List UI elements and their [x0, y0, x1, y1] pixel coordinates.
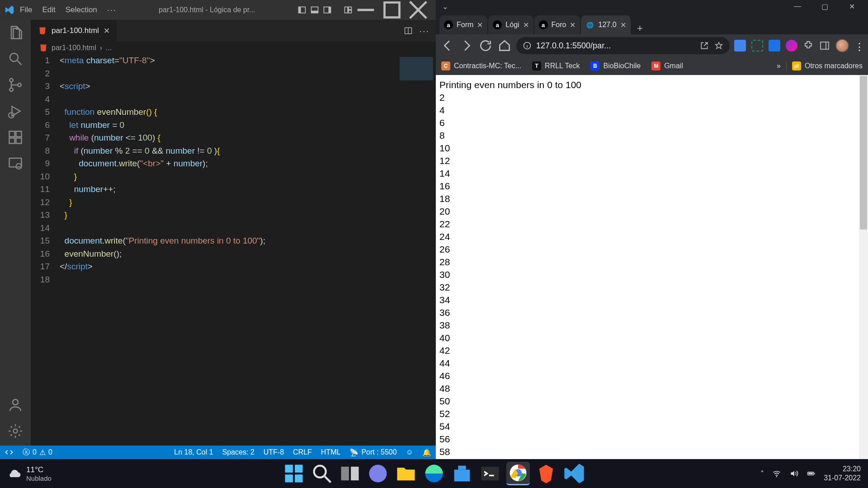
extension-icon[interactable]	[751, 40, 763, 52]
svg-point-38	[314, 466, 326, 478]
home-button[interactable]	[497, 38, 512, 53]
bookmarks-overflow-icon[interactable]: »	[777, 62, 781, 70]
tray-overflow-icon[interactable]: ˄	[760, 469, 764, 478]
maximize-button[interactable]	[379, 0, 405, 20]
extension-icon[interactable]	[786, 40, 797, 52]
chrome-menu-icon[interactable]: ⋮	[854, 41, 863, 50]
vscode-taskbar-icon[interactable]	[562, 462, 586, 485]
tab-close-icon[interactable]: ✕	[570, 21, 576, 29]
settings-gear-icon[interactable]	[7, 423, 24, 439]
volume-icon[interactable]	[789, 469, 798, 478]
tab-favicon-icon: a	[539, 20, 548, 29]
run-debug-icon[interactable]	[7, 103, 24, 119]
editor-tab-par1-100[interactable]: par1-100.html ✕	[31, 20, 117, 42]
scrollbar-thumb[interactable]	[860, 76, 867, 230]
menu-edit[interactable]: Edit	[42, 5, 55, 14]
new-tab-button[interactable]: +	[632, 23, 649, 34]
start-button[interactable]	[282, 462, 306, 485]
minimize-button[interactable]: ―	[784, 0, 811, 13]
source-control-icon[interactable]	[7, 77, 24, 93]
windows-taskbar: 11°C Nublado ˄ 23:20 31-07-2022	[0, 459, 868, 488]
site-info-icon[interactable]	[523, 41, 532, 50]
split-editor-icon[interactable]	[404, 26, 413, 35]
minimize-button[interactable]	[353, 0, 379, 20]
tab-close-icon[interactable]: ✕	[477, 21, 483, 29]
problems-indicator[interactable]: ⓧ0 ⚠0	[23, 448, 52, 457]
taskbar-clock[interactable]: 23:20 31-07-2022	[824, 465, 861, 483]
svg-point-25	[13, 399, 18, 405]
layout-panel-left-icon[interactable]	[297, 5, 307, 14]
browser-tab[interactable]: 🌐 127.0 ✕	[581, 15, 630, 34]
status-lncol[interactable]: Ln 18, Col 1	[174, 448, 213, 456]
search-tabs-icon[interactable]: ⌄	[442, 2, 448, 11]
menu-selection[interactable]: Selection	[66, 5, 97, 14]
menu-more-icon[interactable]: ···	[107, 5, 117, 15]
browser-tab[interactable]: a Lógi ✕	[488, 15, 533, 34]
share-icon[interactable]	[700, 41, 709, 50]
brave-icon[interactable]	[534, 462, 558, 485]
status-encoding[interactable]: UTF-8	[264, 448, 284, 456]
page-scrollbar[interactable]	[859, 75, 868, 459]
accounts-icon[interactable]	[7, 397, 24, 413]
layout-panel-right-icon[interactable]	[323, 5, 332, 14]
tab-close-icon[interactable]: ✕	[523, 21, 529, 29]
more-actions-icon[interactable]: ···	[419, 26, 429, 36]
other-bookmarks[interactable]: 📁 Otros marcadores	[792, 61, 863, 70]
bookmark-item[interactable]: MGmail	[651, 61, 683, 70]
side-panel-icon[interactable]	[819, 40, 830, 51]
tab-title: Lógi	[505, 21, 519, 29]
code-content[interactable]: <meta charset="UTF-8"><script> function …	[60, 54, 397, 446]
remote-indicator[interactable]	[5, 448, 14, 457]
taskbar-search-icon[interactable]	[310, 462, 334, 485]
status-spaces[interactable]: Spaces: 2	[222, 448, 255, 456]
tab-title: Form	[457, 21, 473, 29]
chat-icon[interactable]	[366, 462, 390, 485]
bookmark-item[interactable]: BBioBioChile	[590, 61, 641, 70]
close-button[interactable]	[405, 0, 431, 20]
back-button[interactable]	[440, 38, 455, 53]
bookmark-item[interactable]: TRRLL Teck	[532, 61, 580, 70]
store-icon[interactable]	[450, 462, 474, 485]
explorer-icon[interactable]	[7, 24, 24, 41]
minimap[interactable]	[397, 54, 436, 446]
status-bell-icon[interactable]: 🔔	[422, 448, 431, 457]
download-extension-icon[interactable]	[769, 40, 780, 52]
address-bar[interactable]: 127.0.0.1:5500/par...	[516, 37, 730, 54]
layout-panel-bottom-icon[interactable]	[310, 5, 319, 14]
output-number: 34	[439, 294, 864, 306]
browser-tab[interactable]: a Foro ✕	[534, 15, 580, 34]
translate-extension-icon[interactable]	[734, 40, 746, 52]
maximize-button[interactable]: ▢	[811, 0, 838, 13]
code-editor[interactable]: 123456789101112131415161718 <meta charse…	[31, 54, 397, 446]
menu-file[interactable]: File	[20, 5, 32, 14]
forward-button[interactable]	[459, 38, 474, 53]
profile-avatar[interactable]	[835, 39, 849, 52]
wifi-icon[interactable]	[772, 469, 781, 478]
terminal-icon[interactable]	[478, 462, 502, 485]
task-view-icon[interactable]	[338, 462, 362, 485]
bookmark-item[interactable]: CContractis-MC: Tec...	[441, 61, 521, 70]
tab-close-icon[interactable]: ✕	[620, 21, 626, 29]
bookmark-star-icon[interactable]	[714, 41, 723, 50]
browser-tab[interactable]: a Form ✕	[439, 15, 487, 34]
status-eol[interactable]: CRLF	[293, 448, 312, 456]
breadcrumb[interactable]: par1-100.html › ...	[31, 42, 436, 54]
extensions-puzzle-icon[interactable]	[803, 40, 814, 51]
search-icon[interactable]	[7, 51, 24, 67]
status-feedback-icon[interactable]: ☺	[406, 448, 413, 456]
layout-customize-icon[interactable]	[344, 5, 353, 14]
file-explorer-icon[interactable]	[394, 462, 418, 485]
minimap-thumb[interactable]	[400, 57, 433, 80]
battery-icon[interactable]	[807, 469, 816, 478]
output-number: 42	[439, 344, 864, 357]
status-live-server[interactable]: 📡Port : 5500	[349, 448, 396, 457]
tab-close-icon[interactable]: ✕	[104, 26, 110, 36]
extensions-icon[interactable]	[7, 129, 24, 145]
edge-icon[interactable]	[422, 462, 446, 485]
weather-widget[interactable]: 11°C Nublado	[7, 465, 52, 482]
remote-explorer-icon[interactable]	[7, 155, 24, 172]
close-button[interactable]: ✕	[838, 0, 865, 13]
chrome-taskbar-icon[interactable]	[506, 462, 530, 485]
status-language[interactable]: HTML	[321, 448, 341, 456]
reload-button[interactable]	[478, 38, 493, 53]
